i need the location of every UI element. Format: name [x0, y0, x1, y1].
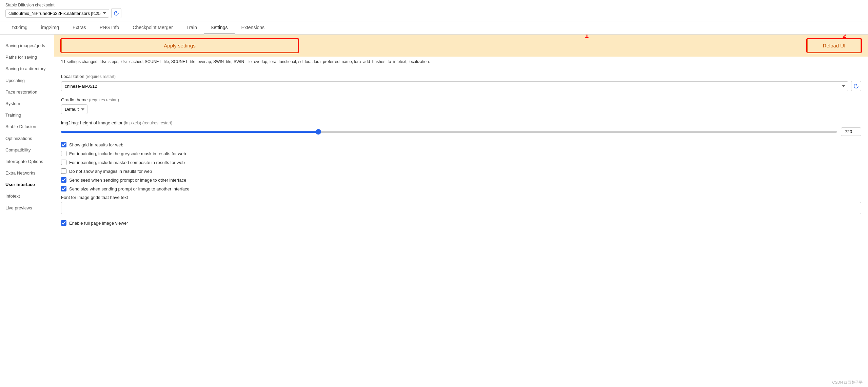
gradio-theme-note: (requires restart) — [89, 98, 119, 102]
sidebar-item-optimizations[interactable]: Optimizations — [0, 133, 54, 144]
content-area: 1 Apply settings Reload UI 2 11 settings… — [54, 35, 868, 384]
sidebar-item-interrogate-options[interactable]: Interrogate Options — [0, 156, 54, 167]
font-grid-group: Font for image grids that have text — [61, 195, 861, 214]
checkbox-inpainting-composite: For inpainting, include masked composite… — [61, 160, 861, 165]
img2img-height-slider[interactable] — [61, 131, 837, 133]
font-grid-input[interactable] — [61, 202, 861, 214]
settings-panel: Localization (requires restart) chinese-… — [54, 67, 868, 236]
sidebar-item-face-restoration[interactable]: Face restoration — [0, 86, 54, 98]
gradio-theme-label: Gradio theme (requires restart) — [61, 97, 861, 102]
checkpoint-select-wrap: chilloutmix_NiPrunedFp32Fix.safetensors … — [5, 8, 121, 18]
sidebar-item-extra-networks[interactable]: Extra Networks — [0, 167, 54, 179]
show-grid-label: Show grid in results for web — [69, 142, 123, 147]
img2img-height-value[interactable] — [841, 127, 861, 136]
localization-label: Localization (requires restart) — [61, 74, 861, 79]
apply-bar: 1 Apply settings Reload UI 2 — [54, 35, 868, 57]
full-page-viewer-label: Enable full page image viewer — [69, 221, 128, 226]
checkpoint-section: Stable Diffusion checkpoint chilloutmix_… — [5, 3, 121, 18]
sidebar-item-saving-images[interactable]: Saving images/grids — [0, 40, 54, 52]
tab-checkpoint-merger[interactable]: Checkpoint Merger — [126, 21, 179, 34]
settings-changed-message: 11 settings changed: ldsr_steps, ldsr_ca… — [54, 57, 868, 67]
send-size-checkbox[interactable] — [61, 186, 66, 191]
img2img-height-label: img2img: height of image editor (in pixe… — [61, 120, 861, 125]
main-content: Saving images/grids Paths for saving Sav… — [0, 35, 868, 384]
checkbox-show-grid: Show grid in results for web — [61, 142, 861, 147]
send-seed-label: Send seed when sending prompt or image t… — [69, 178, 186, 183]
img2img-height-group: img2img: height of image editor (in pixe… — [61, 120, 861, 136]
sidebar-item-live-previews[interactable]: Live previews — [0, 202, 54, 214]
send-size-label: Send size when sending prompt or image t… — [69, 186, 190, 191]
reload-ui-button[interactable]: Reload UI — [807, 39, 861, 53]
sidebar-item-system[interactable]: System — [0, 98, 54, 109]
checkbox-send-seed: Send seed when sending prompt or image t… — [61, 177, 861, 183]
sidebar-item-user-interface[interactable]: User interface — [0, 179, 54, 190]
tab-extras[interactable]: Extras — [66, 21, 93, 34]
no-images-checkbox[interactable] — [61, 168, 66, 174]
tab-settings[interactable]: Settings — [204, 21, 235, 34]
show-grid-checkbox[interactable] — [61, 142, 66, 147]
watermark: CSDN @西楚子平 — [832, 380, 863, 384]
img2img-height-note: (in pixels) (requires restart) — [124, 121, 172, 125]
localization-select[interactable]: chinese-all-0512 — [61, 81, 848, 91]
tab-img2img[interactable]: img2img — [34, 21, 66, 34]
tab-txt2img[interactable]: txt2img — [5, 21, 34, 34]
tab-extensions[interactable]: Extensions — [235, 21, 271, 34]
sidebar-item-training[interactable]: Training — [0, 109, 54, 121]
localization-refresh-btn[interactable] — [851, 81, 861, 91]
checkpoint-refresh-btn[interactable] — [111, 8, 121, 18]
sidebar: Saving images/grids Paths for saving Sav… — [0, 35, 54, 384]
tab-png-info[interactable]: PNG Info — [93, 21, 126, 34]
tab-train[interactable]: Train — [180, 21, 204, 34]
sidebar-item-infotext[interactable]: Infotext — [0, 190, 54, 202]
localization-note: (requires restart) — [85, 74, 116, 79]
sidebar-item-upscaling[interactable]: Upscaling — [0, 75, 54, 86]
tabs-bar: txt2img img2img Extras PNG Info Checkpoi… — [0, 21, 868, 35]
checkpoint-label: Stable Diffusion checkpoint — [5, 3, 121, 7]
inpainting-composite-checkbox[interactable] — [61, 160, 66, 165]
annotation-number-1: 1 — [585, 35, 589, 40]
gradio-theme-group: Gradio theme (requires restart) Default — [61, 97, 861, 114]
localization-select-wrap: chinese-all-0512 — [61, 81, 861, 91]
checkpoint-select[interactable]: chilloutmix_NiPrunedFp32Fix.safetensors … — [5, 9, 109, 18]
send-seed-checkbox[interactable] — [61, 177, 66, 183]
checkbox-send-size: Send size when sending prompt or image t… — [61, 186, 861, 191]
sidebar-item-paths-for-saving[interactable]: Paths for saving — [0, 52, 54, 63]
top-bar: Stable Diffusion checkpoint chilloutmix_… — [0, 0, 868, 21]
sidebar-item-stable-diffusion[interactable]: Stable Diffusion — [0, 121, 54, 133]
checkbox-inpainting-greyscale: For inpainting, include the greyscale ma… — [61, 151, 861, 156]
inpainting-greyscale-label: For inpainting, include the greyscale ma… — [69, 151, 186, 156]
localization-group: Localization (requires restart) chinese-… — [61, 74, 861, 91]
img2img-height-slider-wrap — [61, 127, 861, 136]
full-page-viewer-checkbox[interactable] — [61, 220, 66, 226]
gradio-theme-select[interactable]: Default — [61, 104, 87, 114]
checkbox-full-page-viewer: Enable full page image viewer — [61, 220, 861, 226]
font-grid-label: Font for image grids that have text — [61, 195, 861, 200]
apply-settings-button[interactable]: Apply settings — [61, 39, 298, 53]
sidebar-item-compatibility[interactable]: Compatibility — [0, 144, 54, 156]
no-images-label: Do not show any images in results for we… — [69, 169, 152, 174]
inpainting-composite-label: For inpainting, include masked composite… — [69, 160, 185, 165]
checkbox-no-images: Do not show any images in results for we… — [61, 168, 861, 174]
sidebar-item-saving-to-dir[interactable]: Saving to a directory — [0, 63, 54, 75]
inpainting-greyscale-checkbox[interactable] — [61, 151, 66, 156]
